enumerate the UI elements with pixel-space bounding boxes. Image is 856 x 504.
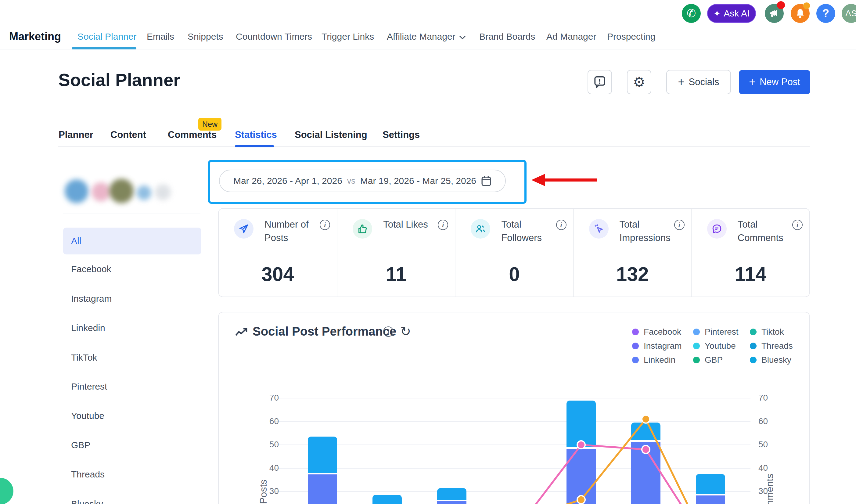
stat-total-followers: Total Followers i 0 [455,209,573,296]
nav-item-brand-boards[interactable]: Brand Boards [479,32,535,42]
legend-label: Bluesky [762,355,791,365]
nav-active-underline [72,47,136,50]
sidebar-item-instagram[interactable]: Instagram [63,285,201,312]
tab-planner[interactable]: Planner [58,129,93,140]
legend-item-youtube[interactable]: Youtube [693,341,736,351]
legend-label: Instagram [644,341,682,351]
connected-account-avatar[interactable] [137,185,151,200]
feedback-button[interactable] [588,70,612,94]
nav-item-emails[interactable]: Emails [147,32,174,42]
chart-info-icon[interactable]: i [383,326,394,337]
nav-item-trigger-links[interactable]: Trigger Links [322,32,374,42]
chart-title: Social Post Performance [253,325,396,338]
connected-account-avatar[interactable] [109,179,133,203]
tab-settings[interactable]: Settings [382,129,420,140]
calendar-icon [481,176,492,186]
info-icon[interactable]: i [556,220,567,230]
y-tick-right: 70 [759,393,768,403]
legend-label: Threads [762,341,793,351]
connected-account-avatar[interactable] [91,182,110,201]
legend-item-instagram[interactable]: Instagram [632,341,682,351]
users-icon [471,219,490,238]
line-series-overlay [274,391,750,504]
page-title: Social Planner [58,70,180,90]
legend-item-threads[interactable]: Threads [750,341,793,351]
stat-label: Total Likes [383,218,438,231]
nav-item-prospecting[interactable]: Prospecting [607,32,655,42]
legend-item-facebook[interactable]: Facebook [632,327,681,337]
stat-value: 11 [337,263,455,286]
date-range-picker[interactable]: Mar 26, 2026 - Apr 1, 2026 vs Mar 19, 20… [219,169,506,192]
info-icon[interactable]: i [792,220,803,230]
legend-label: Linkedin [644,355,675,365]
info-icon[interactable]: i [320,220,330,230]
nav-item-countdown-timers[interactable]: Countdown Timers [236,32,312,42]
new-badge: New [198,118,221,130]
info-icon[interactable]: i [674,220,684,230]
sidebar-item-threads[interactable]: Threads [63,461,201,488]
info-icon[interactable]: i [438,220,448,230]
sidebar-item-tiktok[interactable]: TikTok [63,344,201,371]
refresh-icon[interactable]: ↻ [400,324,411,339]
legend-dot [632,343,639,349]
sidebar-item-linkedin[interactable]: Linkedin [63,314,201,341]
sparkles-icon: ✦ [714,8,720,19]
plus-icon: + [749,76,755,88]
nav-item-snippets[interactable]: Snippets [188,32,223,42]
legend-dot [632,328,639,335]
legend-dot [750,357,756,363]
legend-item-bluesky[interactable]: Bluesky [750,355,791,365]
new-post-button[interactable]: + New Post [739,70,810,94]
avatar[interactable]: AS [842,4,856,23]
sidebar-item-gbp[interactable]: GBP [63,432,201,458]
bell-icon [795,8,805,19]
chevron-down-icon [459,32,466,42]
main-nav: Marketing Social Planner Emails Snippets… [0,24,856,50]
nav-item-social-planner[interactable]: Social Planner [77,32,136,42]
date-range-comparison: Mar 19, 2026 - Mar 25, 2026 [360,176,476,186]
orange-line-point[interactable] [642,415,650,423]
stat-value: 304 [219,263,337,286]
sidebar-item-pinterest[interactable]: Pinterest [63,373,201,400]
settings-button[interactable]: ⚙ [627,70,651,94]
y-axis-left-title: Number of Posts [258,480,269,504]
tab-statistics[interactable]: Statistics [235,129,277,140]
nav-item-ad-manager[interactable]: Ad Manager [546,32,596,42]
tab-content[interactable]: Content [110,129,146,140]
connected-account-avatar[interactable] [155,184,171,200]
orange-line [565,419,688,504]
tab-social-listening[interactable]: Social Listening [295,129,367,140]
pink-line-point[interactable] [642,446,650,453]
add-socials-button[interactable]: + Socials [666,70,731,94]
sidebar-item-facebook[interactable]: Facebook [63,256,201,283]
legend-item-pinterest[interactable]: Pinterest [693,327,738,337]
legend-label: Facebook [644,327,681,337]
stat-label: Total Comments [738,218,792,245]
orange-line-point[interactable] [577,496,585,504]
annotation-arrow [531,173,599,187]
y-axis-right-title: Impressions, Likes, Comments [764,474,775,504]
tabs-divider [58,146,810,147]
legend-dot [693,328,700,335]
sidebar-item-all[interactable]: All [63,228,201,254]
legend-item-linkedin[interactable]: Linkedin [632,355,675,365]
legend-dot [750,343,756,349]
affiliate-manager-label: Affiliate Manager [387,32,456,41]
legend-item-gbp[interactable]: GBP [693,355,723,365]
question-mark-icon: ? [822,7,829,20]
ask-ai-button[interactable]: ✦ Ask AI [707,4,756,23]
chart-plot-area [274,391,750,504]
tab-comments[interactable]: Comments [168,129,217,140]
nav-item-affiliate-manager[interactable]: Affiliate Manager [387,32,466,42]
legend-label: Pinterest [705,327,738,337]
legend-dot [750,328,756,335]
help-button[interactable]: ? [816,4,835,23]
connected-account-avatar[interactable] [65,179,88,203]
stat-number-of-posts: Number of Posts i 304 [219,209,337,296]
sidebar-item-youtube[interactable]: Youtube [63,402,201,429]
chat-widget-button[interactable] [0,478,14,504]
sidebar-item-bluesky[interactable]: Bluesky [63,490,201,504]
pink-line-point[interactable] [577,441,585,449]
legend-item-tiktok[interactable]: Tiktok [750,327,784,337]
phone-button[interactable]: ✆ [682,4,701,23]
